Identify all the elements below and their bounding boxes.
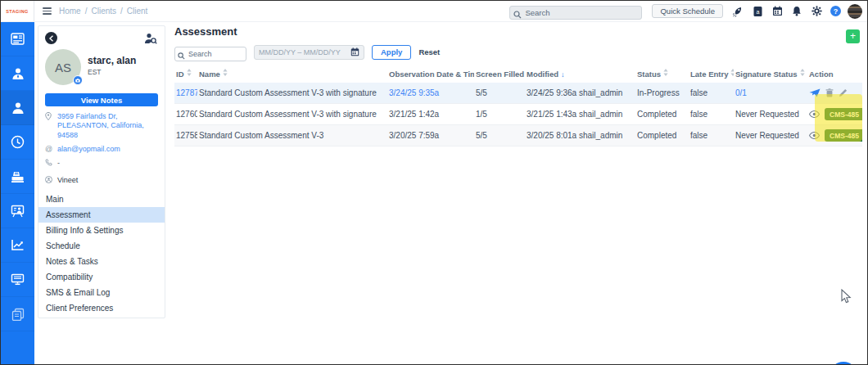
billing-icon bbox=[11, 170, 25, 183]
search-icon bbox=[513, 7, 522, 22]
back-button[interactable] bbox=[45, 32, 57, 44]
view-notes-button[interactable]: View Notes bbox=[45, 93, 158, 106]
col-name[interactable]: Name bbox=[197, 65, 387, 83]
table-search-input[interactable] bbox=[174, 47, 246, 61]
breadcrumb-client[interactable]: Client bbox=[116, 7, 147, 16]
coordinator-icon bbox=[45, 176, 53, 186]
nav-dashboard[interactable] bbox=[1, 22, 34, 56]
late-entry-value: false bbox=[689, 83, 734, 104]
app-logo[interactable]: STAGING bbox=[1, 1, 34, 21]
col-signature-status[interactable]: Signature Status bbox=[734, 65, 807, 83]
menu-item-compatibility[interactable]: Compatibility bbox=[38, 269, 165, 285]
global-search bbox=[509, 4, 642, 18]
quick-schedule-button[interactable]: Quick Schedule bbox=[652, 4, 723, 18]
col-id[interactable]: ID bbox=[174, 65, 197, 83]
email-at-icon: @ bbox=[45, 145, 53, 154]
mouse-cursor bbox=[841, 289, 852, 307]
top-bar: STAGING Home Clients Client Quick Schedu… bbox=[1, 1, 867, 22]
chart-icon bbox=[11, 239, 25, 251]
cms-485-button[interactable]: CMS-485 bbox=[825, 129, 862, 142]
file-icon[interactable]: a bbox=[752, 6, 763, 17]
menu-item-assessment[interactable]: Assessment bbox=[38, 207, 165, 223]
camera-icon[interactable] bbox=[73, 75, 83, 85]
dashboard-icon bbox=[11, 33, 25, 45]
nav-reports[interactable] bbox=[1, 228, 34, 263]
apply-button[interactable]: Apply bbox=[372, 45, 411, 60]
assessment-name: Standard Custom Assessment V-3 with sign… bbox=[197, 83, 387, 104]
client-search-icon[interactable] bbox=[144, 33, 157, 44]
col-observation[interactable]: Observation Date & Time bbox=[387, 65, 474, 83]
topbar-icons: a ? bbox=[732, 6, 841, 17]
client-menu: Main Assessment Billing Info & Settings … bbox=[38, 192, 165, 316]
user-avatar[interactable] bbox=[848, 4, 862, 19]
assessment-id: 12760 bbox=[174, 104, 197, 125]
col-late-entry[interactable]: Late Entry bbox=[689, 65, 734, 83]
edit-icon[interactable] bbox=[839, 88, 848, 97]
arrow-left-icon bbox=[48, 35, 55, 42]
calendar-icon[interactable] bbox=[771, 6, 783, 17]
client-address[interactable]: 3959 Fairlands Dr, PLEASANTON, Californi… bbox=[57, 112, 158, 140]
chat-fab[interactable] bbox=[830, 362, 857, 365]
col-modified[interactable]: Modified↓ bbox=[525, 65, 635, 83]
date-calendar-icon[interactable] bbox=[350, 45, 359, 60]
help-icon[interactable]: ? bbox=[830, 6, 841, 16]
monitor-icon bbox=[11, 273, 25, 286]
signature-status-value: Never Requested bbox=[734, 104, 807, 125]
documents-icon bbox=[11, 308, 25, 321]
status-value: Completed bbox=[635, 125, 689, 146]
breadcrumb: Home Clients Client bbox=[59, 7, 147, 16]
location-pin-icon bbox=[45, 112, 53, 140]
menu-item-schedule[interactable]: Schedule bbox=[38, 238, 165, 254]
modified-value: 3/20/25 8:01a shail_admin bbox=[525, 125, 635, 146]
client-avatar[interactable]: AS bbox=[45, 49, 81, 85]
menu-item-notes-tasks[interactable]: Notes & Tasks bbox=[38, 254, 165, 269]
nav-documents[interactable] bbox=[1, 297, 34, 331]
screen-filled-value: 1/5 bbox=[474, 104, 525, 125]
nav-clients[interactable] bbox=[1, 91, 34, 125]
table-row[interactable]: 12758 Standard Custom Assessment V-3 3/2… bbox=[174, 125, 862, 146]
nav-workstation[interactable] bbox=[1, 263, 34, 297]
gear-icon[interactable] bbox=[811, 6, 822, 17]
date-range-input[interactable] bbox=[259, 48, 350, 56]
table-row[interactable]: 12760 Standard Custom Assessment V-3 wit… bbox=[174, 104, 862, 125]
filter-bar: Apply Reset bbox=[174, 44, 863, 60]
signature-status-link[interactable]: 0/1 bbox=[735, 88, 747, 97]
menu-item-client-preferences[interactable]: Client Preferences bbox=[38, 300, 165, 316]
phone-icon bbox=[45, 159, 53, 169]
menu-item-billing[interactable]: Billing Info & Settings bbox=[38, 223, 165, 238]
menu-item-main[interactable]: Main bbox=[38, 192, 165, 207]
table-row[interactable]: 12787 Standard Custom Assessment V-3 wit… bbox=[174, 83, 862, 104]
nav-billing[interactable] bbox=[1, 160, 34, 194]
rocket-icon[interactable] bbox=[732, 6, 744, 17]
training-board-icon bbox=[11, 205, 25, 218]
date-range-field bbox=[254, 45, 364, 60]
reset-button[interactable]: Reset bbox=[418, 47, 440, 56]
assessment-name: Standard Custom Assessment V-3 bbox=[197, 125, 387, 146]
global-search-input[interactable] bbox=[509, 6, 642, 20]
col-screen-filled[interactable]: Screen Filled bbox=[474, 65, 525, 83]
menu-item-sms-email-log[interactable]: SMS & Email Log bbox=[38, 285, 165, 300]
nav-staff[interactable] bbox=[1, 56, 34, 91]
breadcrumb-home[interactable]: Home bbox=[59, 7, 81, 16]
assessment-id-link[interactable]: 12787 bbox=[176, 88, 197, 97]
send-icon[interactable] bbox=[809, 88, 821, 97]
add-assessment-button[interactable]: + bbox=[846, 29, 860, 43]
col-action: Action bbox=[807, 65, 862, 83]
observation-date-link[interactable]: 3/24/25 9:35a bbox=[389, 88, 439, 97]
page-title: Assessment bbox=[169, 25, 863, 38]
late-entry-value: false bbox=[689, 125, 734, 146]
breadcrumb-clients[interactable]: Clients bbox=[81, 7, 116, 16]
cms-485-button[interactable]: CMS-485 bbox=[825, 108, 862, 120]
delete-icon[interactable] bbox=[825, 88, 834, 97]
client-initials: AS bbox=[55, 61, 71, 74]
nav-schedule[interactable] bbox=[1, 125, 34, 160]
view-icon[interactable] bbox=[809, 132, 820, 139]
bell-icon[interactable] bbox=[791, 6, 802, 17]
view-icon[interactable] bbox=[809, 110, 820, 118]
modified-value: 3/21/25 1:43a shail_admin bbox=[525, 104, 635, 125]
status-value: In-Progress bbox=[635, 83, 689, 104]
col-status[interactable]: Status bbox=[635, 65, 689, 83]
nav-training[interactable] bbox=[1, 194, 34, 228]
hamburger-menu-icon[interactable] bbox=[43, 7, 52, 15]
client-email[interactable]: alan@yopmail.com bbox=[57, 145, 120, 154]
